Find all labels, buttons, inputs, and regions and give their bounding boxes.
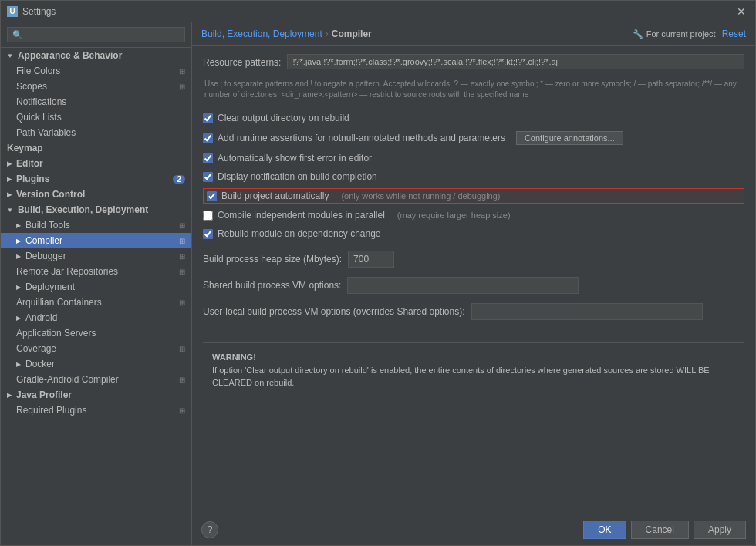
build-automatically-label: Build project automatically: [221, 190, 329, 201]
warning-box: WARNING! If option 'Clear output directo…: [203, 342, 744, 397]
breadcrumb-part1[interactable]: Build, Execution, Deployment: [201, 29, 322, 39]
user-vm-input[interactable]: [471, 303, 703, 320]
sidebar-item-arquillian[interactable]: Arquillian Containers ⊞: [1, 295, 191, 310]
copy-icon: ⊞: [179, 345, 185, 353]
reset-button[interactable]: Reset: [722, 29, 746, 39]
title-bar-left: U Settings: [7, 6, 56, 17]
resource-patterns-row: Resource patterns:: [203, 54, 744, 69]
sidebar-item-label: Keymap: [7, 143, 43, 153]
sidebar-item-label: Deployment: [25, 281, 75, 292]
header-right: 🔧 For current project Reset: [633, 29, 746, 39]
copy-icon: ⊞: [179, 268, 185, 276]
sidebar-item-debugger[interactable]: ▶ Debugger ⊞: [1, 248, 191, 264]
sidebar-item-docker[interactable]: ▶ Docker: [1, 356, 191, 372]
sidebar-item-build-tools[interactable]: ▶ Build Tools ⊞: [1, 217, 191, 233]
sidebar-item-compiler[interactable]: ▶ Compiler ⊞: [1, 233, 191, 248]
user-vm-label: User-local build process VM options (ove…: [203, 306, 465, 317]
app-icon: U: [7, 6, 18, 17]
expand-icon: ▶: [16, 315, 21, 322]
sidebar-item-label: Compiler: [25, 235, 62, 246]
heap-size-row: Build process heap size (Mbytes):: [203, 248, 744, 270]
runtime-assertions-checkbox[interactable]: [203, 133, 213, 143]
sidebar-item-java-profiler[interactable]: ▶ Java Profiler: [1, 387, 191, 403]
heap-size-input[interactable]: [348, 251, 394, 268]
checkbox-first-error: Automatically show first error in editor: [203, 151, 744, 165]
for-project-toggle[interactable]: 🔧 For current project: [633, 29, 716, 39]
resource-patterns-input[interactable]: [287, 54, 744, 69]
sidebar-item-label: Path Variables: [16, 127, 76, 138]
checkbox-compile-parallel: Compile independent modules in parallel …: [203, 208, 744, 222]
shared-vm-row: Shared build process VM options:: [203, 275, 744, 296]
hint-text: Use ; to separate patterns and ! to nega…: [203, 79, 744, 100]
help-button[interactable]: ?: [201, 521, 218, 538]
expand-icon: ▶: [16, 253, 21, 260]
user-vm-row: User-local build process VM options (ove…: [203, 301, 744, 322]
sidebar-item-app-servers[interactable]: Application Servers: [1, 325, 191, 341]
copy-icon: ⊞: [179, 221, 185, 230]
sidebar-item-keymap[interactable]: Keymap: [1, 140, 191, 156]
compile-parallel-note: (may require larger heap size): [397, 211, 511, 220]
expand-icon: ▶: [7, 176, 12, 183]
search-input[interactable]: [7, 27, 185, 42]
copy-icon: ⊞: [179, 376, 185, 384]
sidebar-item-label: Docker: [25, 359, 55, 369]
sidebar-item-required-plugins[interactable]: Required Plugins ⊞: [1, 403, 191, 418]
close-button[interactable]: ✕: [734, 4, 749, 19]
apply-button[interactable]: Apply: [694, 521, 746, 539]
sidebar-item-label: Version Control: [16, 189, 85, 200]
cancel-button[interactable]: Cancel: [631, 521, 689, 539]
copy-icon: ⊞: [179, 237, 185, 245]
sidebar-item-label: Build, Execution, Deployment: [18, 204, 148, 215]
configure-annotations-button[interactable]: Configure annotations...: [516, 131, 623, 145]
build-notification-checkbox[interactable]: [203, 172, 213, 182]
expand-icon: ▶: [7, 392, 12, 399]
sidebar-item-plugins[interactable]: ▶ Plugins 2: [1, 171, 191, 187]
shared-vm-input[interactable]: [347, 277, 579, 294]
sidebar-item-file-colors[interactable]: File Colors ⊞: [1, 63, 191, 79]
sidebar-item-label: Arquillian Containers: [16, 297, 102, 308]
clear-output-checkbox[interactable]: [203, 113, 213, 123]
sidebar-item-deployment[interactable]: ▶ Deployment: [1, 279, 191, 295]
copy-icon: ⊞: [179, 67, 185, 76]
main-panel: Build, Execution, Deployment › Compiler …: [192, 22, 755, 545]
checkbox-runtime-assertions: Add runtime assertions for notnull-annot…: [203, 130, 744, 147]
build-notification-label: Display notification on build completion: [218, 171, 377, 182]
expand-icon: ▼: [7, 207, 13, 214]
sidebar-item-label: Quick Lists: [16, 112, 62, 123]
expand-icon: ▶: [16, 238, 21, 244]
checkbox-build-notification: Display notification on build completion: [203, 170, 744, 184]
sidebar-item-gradle-android[interactable]: Gradle-Android Compiler ⊞: [1, 372, 191, 387]
sidebar-item-quick-lists[interactable]: Quick Lists: [1, 110, 191, 125]
sidebar-item-editor[interactable]: ▶ Editor: [1, 156, 191, 171]
build-automatically-checkbox[interactable]: [207, 191, 217, 201]
resource-patterns-label: Resource patterns:: [203, 54, 281, 68]
sidebar-item-path-variables[interactable]: Path Variables: [1, 125, 191, 140]
sidebar-item-version-control[interactable]: ▶ Version Control: [1, 187, 191, 202]
window-title: Settings: [22, 6, 56, 17]
sidebar-item-label: Remote Jar Repositories: [16, 266, 118, 277]
sidebar-item-remote-jar[interactable]: Remote Jar Repositories ⊞: [1, 264, 191, 279]
rebuild-dependency-checkbox[interactable]: [203, 229, 213, 239]
sidebar-item-coverage[interactable]: Coverage ⊞: [1, 341, 191, 356]
shared-vm-label: Shared build process VM options:: [203, 280, 341, 291]
bottom-bar: ? OK Cancel Apply: [192, 514, 755, 545]
sidebar-item-notifications[interactable]: Notifications: [1, 94, 191, 110]
sidebar-item-build-execution[interactable]: ▼ Build, Execution, Deployment: [1, 202, 191, 217]
build-automatically-note: (only works while not running / debuggin…: [341, 191, 500, 201]
sidebar-item-label: Notifications: [16, 96, 66, 107]
breadcrumb-separator: ›: [326, 29, 329, 39]
sidebar-item-android[interactable]: ▶ Android: [1, 310, 191, 325]
compile-parallel-checkbox[interactable]: [203, 211, 213, 221]
sidebar-item-appearance[interactable]: ▼ Appearance & Behavior: [1, 48, 191, 63]
sidebar-item-scopes[interactable]: Scopes ⊞: [1, 79, 191, 94]
sidebar-item-label: Debugger: [25, 251, 66, 261]
sidebar-item-label: Appearance & Behavior: [18, 50, 122, 61]
runtime-assertions-label: Add runtime assertions for notnull-annot…: [218, 133, 505, 143]
ok-button[interactable]: OK: [583, 521, 626, 539]
settings-window: U Settings ✕ ▼ Appearance & Behavior Fil…: [0, 0, 756, 546]
for-project-label: For current project: [646, 29, 716, 39]
sidebar: ▼ Appearance & Behavior File Colors ⊞ Sc…: [1, 22, 192, 545]
breadcrumb: Build, Execution, Deployment › Compiler: [201, 29, 372, 39]
project-icon: 🔧: [633, 29, 643, 39]
first-error-checkbox[interactable]: [203, 153, 213, 163]
